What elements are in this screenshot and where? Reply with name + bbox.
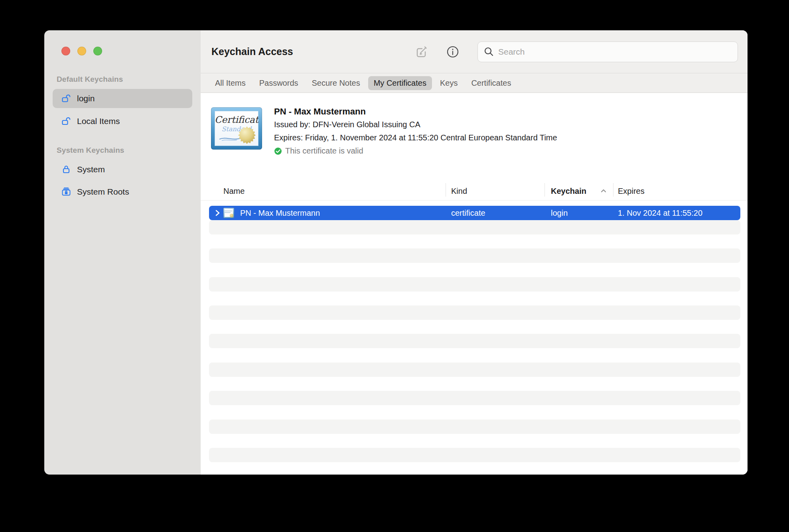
sidebar-item-system[interactable]: System bbox=[53, 160, 192, 179]
cell-kind: certificate bbox=[451, 206, 485, 220]
content-area: Certificate Standard PN - Max Mustermann… bbox=[201, 93, 748, 475]
section-system-keychains: System Keychains bbox=[57, 146, 124, 155]
empty-row[interactable] bbox=[209, 234, 740, 248]
certificate-status: This certificate is valid bbox=[274, 144, 557, 158]
empty-row[interactable] bbox=[209, 462, 740, 475]
sidebar-item-login[interactable]: login bbox=[53, 89, 192, 108]
section-default-keychains: Default Keychains bbox=[57, 75, 123, 84]
empty-row[interactable] bbox=[209, 305, 740, 320]
sidebar-item-label: System Roots bbox=[77, 187, 129, 197]
tab-secure-notes[interactable]: Secure Notes bbox=[306, 76, 366, 90]
empty-row[interactable] bbox=[209, 420, 740, 434]
column-header-kind[interactable]: Kind bbox=[451, 186, 467, 196]
main-pane: Keychain Access bbox=[201, 30, 748, 475]
unlocked-padlock-icon bbox=[61, 116, 71, 126]
locked-padlock-icon bbox=[61, 164, 71, 175]
certificate-expires: Expires: Friday, 1. November 2024 at 11:… bbox=[274, 131, 557, 144]
certificate-title: PN - Max Mustermann bbox=[274, 105, 557, 118]
sort-ascending-icon[interactable] bbox=[600, 187, 608, 195]
search-input[interactable] bbox=[498, 47, 732, 57]
table-header-divider bbox=[201, 200, 748, 201]
sidebar-item-label: Local Items bbox=[77, 116, 120, 126]
sidebar-item-label: login bbox=[77, 94, 95, 103]
certificate-issued-by: Issued by: DFN-Verein Global Issuing CA bbox=[274, 118, 557, 131]
empty-row[interactable] bbox=[209, 448, 740, 462]
search-icon bbox=[483, 46, 494, 57]
certificate-summary: PN - Max Mustermann Issued by: DFN-Verei… bbox=[274, 105, 557, 158]
stacked-lock-icon bbox=[61, 187, 71, 197]
sidebar-item-system-roots[interactable]: System Roots bbox=[53, 182, 192, 201]
empty-row[interactable] bbox=[209, 348, 740, 363]
tab-all-items[interactable]: All Items bbox=[209, 76, 251, 90]
empty-row[interactable] bbox=[209, 334, 740, 348]
search-field[interactable] bbox=[477, 41, 738, 62]
valid-check-icon bbox=[274, 147, 282, 155]
empty-row[interactable] bbox=[209, 391, 740, 405]
certificate-badge-icon: Certificate Standard bbox=[211, 107, 262, 150]
empty-row[interactable] bbox=[209, 291, 740, 305]
column-header-name[interactable]: Name bbox=[223, 186, 245, 196]
empty-row[interactable] bbox=[209, 320, 740, 334]
cell-name: PN - Max Mustermann bbox=[240, 206, 320, 220]
empty-row[interactable] bbox=[209, 363, 740, 377]
window-controls bbox=[61, 47, 102, 55]
unlocked-padlock-icon bbox=[61, 93, 71, 104]
gold-seal-icon bbox=[238, 126, 256, 144]
empty-row[interactable] bbox=[209, 248, 740, 263]
cell-keychain: login bbox=[551, 206, 568, 220]
tab-keys[interactable]: Keys bbox=[434, 76, 463, 90]
tab-my-certificates[interactable]: My Certificates bbox=[368, 76, 432, 90]
minimize-window-button[interactable] bbox=[77, 47, 86, 55]
certificate-mini-icon bbox=[223, 208, 234, 218]
column-divider[interactable] bbox=[544, 183, 545, 197]
empty-row[interactable] bbox=[209, 263, 740, 277]
column-divider[interactable] bbox=[446, 183, 446, 197]
close-window-button[interactable] bbox=[61, 47, 70, 55]
sidebar-item-local-items[interactable]: Local Items bbox=[53, 112, 192, 131]
column-header-expires[interactable]: Expires bbox=[618, 186, 645, 196]
empty-row[interactable] bbox=[209, 405, 740, 420]
keychain-access-window: Default Keychains login Local Items Syst… bbox=[44, 30, 748, 475]
cell-expires: 1. Nov 2024 at 11:55:20 bbox=[618, 206, 702, 220]
toolbar: Keychain Access bbox=[201, 30, 748, 73]
empty-row[interactable] bbox=[209, 433, 740, 448]
tab-passwords[interactable]: Passwords bbox=[254, 76, 304, 90]
empty-row[interactable] bbox=[209, 277, 740, 292]
empty-row[interactable] bbox=[209, 376, 740, 391]
certificate-status-text: This certificate is valid bbox=[285, 146, 363, 156]
window-title: Keychain Access bbox=[211, 46, 293, 57]
empty-row[interactable] bbox=[209, 220, 740, 234]
table-row-certificate[interactable]: PN - Max Mustermann certificate login 1.… bbox=[209, 206, 740, 220]
compose-edit-icon[interactable] bbox=[414, 45, 429, 59]
disclosure-chevron-icon[interactable] bbox=[214, 209, 221, 219]
sidebar-item-label: System bbox=[77, 165, 105, 174]
zoom-window-button[interactable] bbox=[93, 47, 102, 55]
info-icon[interactable] bbox=[446, 45, 460, 59]
tab-certificates[interactable]: Certificates bbox=[466, 76, 517, 90]
certificate-icon-word: Certificate bbox=[215, 114, 258, 125]
column-divider[interactable] bbox=[613, 183, 613, 197]
column-header-keychain[interactable]: Keychain bbox=[551, 186, 586, 196]
category-tabbar: All Items Passwords Secure Notes My Cert… bbox=[201, 73, 748, 93]
sidebar: Default Keychains login Local Items Syst… bbox=[44, 30, 201, 475]
